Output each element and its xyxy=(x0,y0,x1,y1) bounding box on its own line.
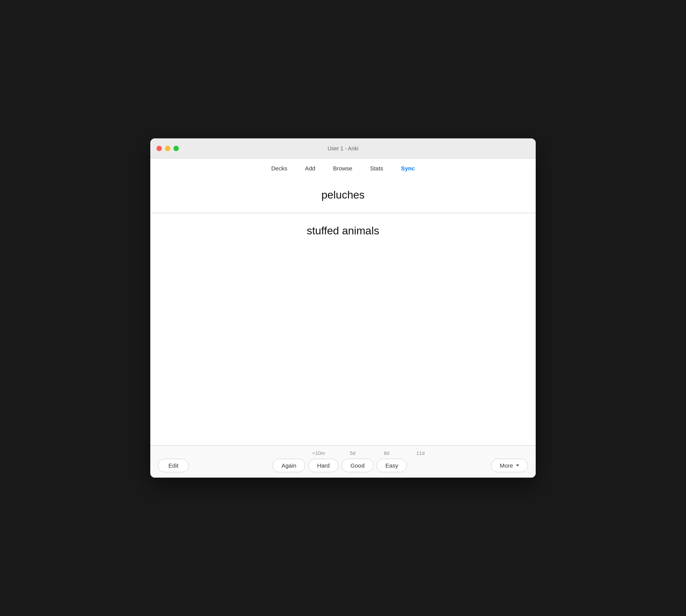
good-button[interactable]: Good xyxy=(341,459,373,472)
toolbar-stats[interactable]: Stats xyxy=(362,162,391,174)
chevron-down-icon xyxy=(516,465,519,466)
toolbar-sync[interactable]: Sync xyxy=(393,162,423,174)
toolbar-decks[interactable]: Decks xyxy=(263,162,296,174)
maximize-button[interactable] xyxy=(173,146,179,151)
card-back: stuffed animals xyxy=(150,213,536,445)
interval-row: <10m 5d 8d 11d xyxy=(158,449,528,456)
window-title: User 1 - Anki xyxy=(328,145,358,151)
traffic-lights xyxy=(156,146,179,151)
easy-button[interactable]: Easy xyxy=(377,459,407,472)
toolbar-browse[interactable]: Browse xyxy=(325,162,360,174)
toolbar-add[interactable]: Add xyxy=(297,162,323,174)
edit-button[interactable]: Edit xyxy=(158,459,189,472)
card-front: peluches xyxy=(150,177,536,213)
card-back-text: stuffed animals xyxy=(307,225,379,237)
card-area: peluches stuffed animals xyxy=(150,177,536,445)
close-button[interactable] xyxy=(156,146,162,151)
again-button[interactable]: Again xyxy=(272,459,305,472)
answer-buttons: Again Hard Good Easy xyxy=(192,459,488,472)
easy-interval: 8d xyxy=(384,450,389,456)
toolbar: Decks Add Browse Stats Sync xyxy=(150,158,536,177)
hard-interval: <10m xyxy=(313,450,325,456)
extra-interval: 11d xyxy=(416,450,425,456)
good-interval: 5d xyxy=(350,450,355,456)
minimize-button[interactable] xyxy=(165,146,170,151)
title-bar: User 1 - Anki xyxy=(150,138,536,158)
bottom-bar: <10m 5d 8d 11d Edit Agai xyxy=(150,445,536,478)
more-button[interactable]: More xyxy=(491,459,528,472)
app-window: User 1 - Anki Decks Add Browse Stats Syn… xyxy=(150,138,536,478)
card-front-text: peluches xyxy=(321,189,365,201)
answer-row: Edit Again Hard Good Easy More xyxy=(158,459,528,472)
hard-button[interactable]: Hard xyxy=(308,459,339,472)
